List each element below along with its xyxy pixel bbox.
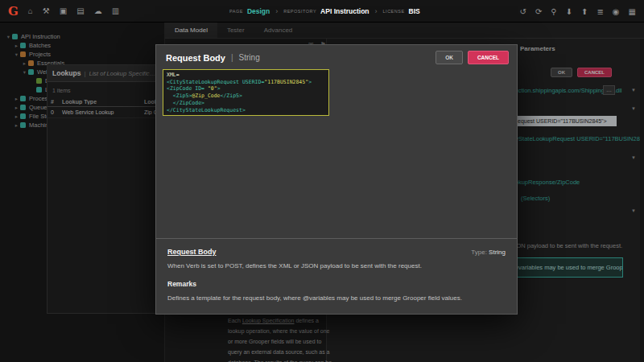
- grooper-logo[interactable]: G: [8, 4, 19, 19]
- code-editor[interactable]: XML=<CityStateLookupRequest USERID="117B…: [163, 69, 329, 116]
- help-type: Type: String: [471, 249, 506, 256]
- license-label: LICENSE: [383, 9, 405, 14]
- chevron-separator-icon: ›: [375, 7, 378, 15]
- repository-value[interactable]: API Instruction: [320, 7, 369, 15]
- refresh-icon[interactable]: ⟳: [535, 7, 542, 16]
- dialog-title-divider: |: [231, 53, 233, 62]
- briefcase-icon[interactable]: ▣: [60, 6, 67, 15]
- page-label: PAGE: [229, 9, 243, 14]
- topbar-right-icons: ↺⟳⚲⬇⬆≣◉▦: [520, 0, 636, 23]
- remarks-heading: Remarks: [167, 280, 506, 288]
- help-description: When Verb is set to POST, defines the XM…: [167, 262, 506, 269]
- breadcrumb: PAGE Design › REPOSITORY API Instruction…: [229, 0, 420, 23]
- app-window: G ⌂⚒▣▤☁▥ PAGE Design › REPOSITORY API In…: [0, 0, 644, 362]
- ok-button[interactable]: OK: [436, 51, 463, 64]
- repository-label: REPOSITORY: [283, 9, 316, 14]
- code-line: XML=: [167, 72, 325, 79]
- chart-icon[interactable]: ▥: [112, 6, 119, 15]
- user-icon[interactable]: ◉: [613, 7, 620, 16]
- search-icon[interactable]: ⚲: [551, 7, 556, 16]
- home-icon[interactable]: ⌂: [28, 6, 33, 15]
- dialog-type-name: String: [239, 53, 260, 62]
- topbar: G ⌂⚒▣▤☁▥ PAGE Design › REPOSITORY API In…: [0, 0, 644, 23]
- remarks-text: Defines a template for the request body,…: [167, 294, 506, 302]
- layers-icon[interactable]: ≣: [597, 7, 603, 16]
- page-value[interactable]: Design: [247, 7, 270, 15]
- topbar-left-icons: ⌂⚒▣▤☁▥: [28, 6, 119, 15]
- type-label: Type:: [471, 249, 489, 256]
- tools-icon[interactable]: ⚒: [43, 6, 50, 15]
- download-icon[interactable]: ⬇: [566, 7, 572, 16]
- print-icon[interactable]: ▤: [76, 6, 84, 15]
- license-value[interactable]: BIS: [409, 7, 420, 15]
- code-line: <CityStateLookupRequest USERID="117BUSIN…: [167, 79, 325, 86]
- type-value: String: [489, 249, 506, 256]
- request-body-dialog: Request Body | String OK CANCEL XML=<Cit…: [155, 44, 518, 315]
- help-heading: Request Body: [167, 248, 217, 256]
- dialog-header: Request Body | String OK CANCEL: [156, 45, 517, 64]
- cloud-upload-icon[interactable]: ☁: [94, 6, 102, 15]
- dialog-title: Request Body: [166, 53, 225, 63]
- apps-grid-icon[interactable]: ▦: [629, 7, 636, 16]
- upload-icon[interactable]: ⬆: [581, 7, 588, 16]
- history-icon[interactable]: ↺: [520, 7, 526, 16]
- code-line: </CityStateLookupRequest>: [167, 107, 325, 114]
- code-line: <Zip5>@Zip_Code</Zip5>: [167, 93, 325, 100]
- chevron-separator-icon: ›: [275, 7, 278, 15]
- code-line: </ZipCode>: [167, 100, 325, 107]
- cancel-button[interactable]: CANCEL: [468, 51, 509, 64]
- dialog-help-section: Request Body Type: String When Verb is s…: [156, 238, 517, 314]
- code-line: <ZipCode ID= "0">: [167, 85, 325, 93]
